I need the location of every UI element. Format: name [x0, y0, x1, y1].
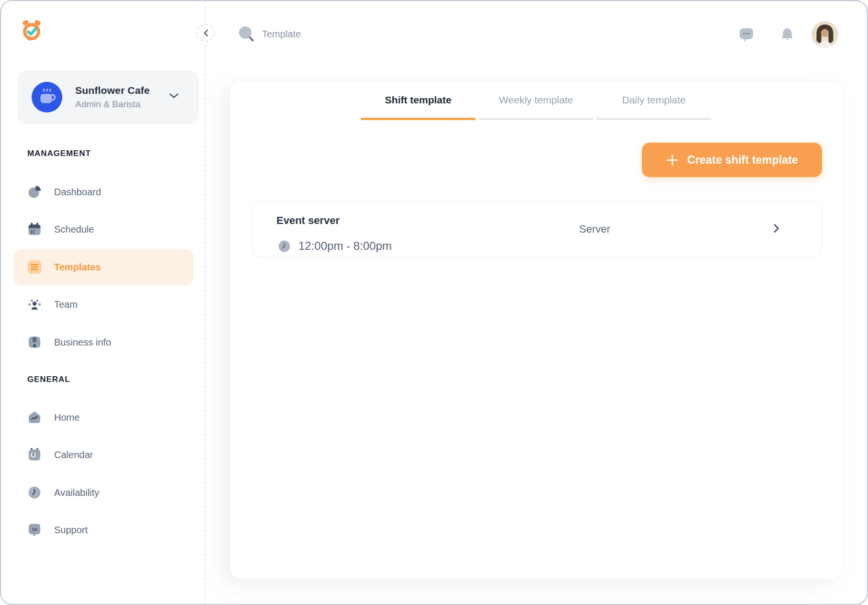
sidebar: Sunflower Cafe Admin & Barista MANAGEMEN… — [1, 1, 206, 604]
support-bubble-icon: 24 — [27, 523, 42, 537]
calendar-date-icon: 8 — [27, 448, 42, 462]
tab-weekly-template[interactable]: Weekly template — [477, 81, 595, 119]
sidebar-item-label: Business info — [54, 337, 111, 348]
sidebar-item-schedule[interactable]: Schedule — [13, 211, 194, 247]
sidebar-item-label: Schedule — [54, 224, 94, 235]
sidebar-item-label: Home — [54, 412, 80, 423]
plus-icon — [666, 154, 679, 167]
tab-label: Daily template — [622, 94, 685, 106]
sidebar-item-calendar[interactable]: 8 Calendar — [13, 437, 194, 473]
sidebar-item-label: Team — [54, 299, 78, 310]
sidebar-item-label: Availability — [54, 487, 99, 498]
avatar-photo — [811, 21, 838, 48]
section-header-general: GENERAL — [27, 375, 70, 384]
template-list-icon — [27, 260, 42, 274]
app-window: Sunflower Cafe Admin & Barista MANAGEMEN… — [0, 0, 868, 605]
sidebar-item-label: Templates — [54, 262, 101, 273]
sidebar-item-support[interactable]: 24 Support — [13, 512, 194, 548]
sidebar-item-dashboard[interactable]: Dashboard — [13, 174, 194, 210]
templates-panel: Shift template Weekly template Daily tem… — [229, 81, 843, 580]
app-logo-alarm-check-icon — [20, 19, 43, 42]
tab-shift-template[interactable]: Shift template — [359, 81, 477, 119]
workspace-name: Sunflower Cafe — [75, 85, 150, 96]
workspace-role: Admin & Barista — [75, 99, 150, 110]
sidebar-item-home[interactable]: Home — [13, 399, 194, 436]
tab-label: Weekly template — [499, 94, 573, 106]
section-header-management: MANAGEMENT — [27, 149, 91, 158]
sidebar-item-label: Support — [54, 525, 88, 536]
tab-daily-template[interactable]: Daily template — [595, 81, 713, 119]
search-value: Template — [262, 29, 301, 40]
sidebar-item-label: Dashboard — [54, 187, 101, 198]
home-trend-icon — [27, 410, 42, 425]
chevron-down-icon[interactable] — [169, 92, 179, 101]
workspace-switcher[interactable]: Sunflower Cafe Admin & Barista — [17, 70, 199, 124]
workspace-avatar-coffee-icon — [32, 82, 62, 112]
sidebar-item-availability[interactable]: Availability — [13, 474, 194, 511]
support-badge: 24 — [32, 527, 37, 532]
sidebar-collapse-button[interactable] — [196, 24, 215, 42]
template-name: Event server — [276, 214, 340, 227]
business-badge-icon — [27, 335, 42, 349]
clock-small-icon — [278, 240, 290, 252]
chevron-left-icon — [203, 29, 208, 37]
search-icon — [238, 25, 255, 43]
sidebar-item-templates[interactable]: Templates — [13, 249, 194, 285]
bell-icon — [781, 27, 794, 42]
template-tabs: Shift template Weekly template Daily tem… — [359, 81, 713, 119]
calendar-badge: 8 — [32, 452, 34, 457]
chat-bubble-icon — [739, 28, 754, 42]
notifications-button[interactable] — [781, 27, 794, 44]
tab-label: Shift template — [385, 94, 452, 106]
template-role: Server — [579, 202, 610, 257]
team-icon — [27, 297, 42, 312]
shift-template-row[interactable]: Event server 12:00pm - 8:00pm Server — [252, 201, 822, 258]
create-shift-template-button[interactable]: Create shift template — [642, 143, 822, 177]
sidebar-item-team[interactable]: Team — [13, 286, 194, 323]
user-avatar[interactable] — [811, 21, 838, 48]
search-input[interactable]: Template — [238, 25, 301, 43]
sidebar-item-label: Calendar — [54, 449, 93, 460]
pie-chart-icon — [27, 185, 42, 199]
clock-icon — [27, 485, 42, 500]
calendar-icon — [27, 222, 42, 236]
sidebar-item-business-info[interactable]: Business info — [13, 324, 194, 360]
chat-button[interactable] — [739, 28, 754, 44]
create-button-label: Create shift template — [687, 154, 799, 167]
template-time: 12:00pm - 8:00pm — [298, 239, 392, 253]
chevron-right-icon[interactable] — [774, 224, 779, 235]
